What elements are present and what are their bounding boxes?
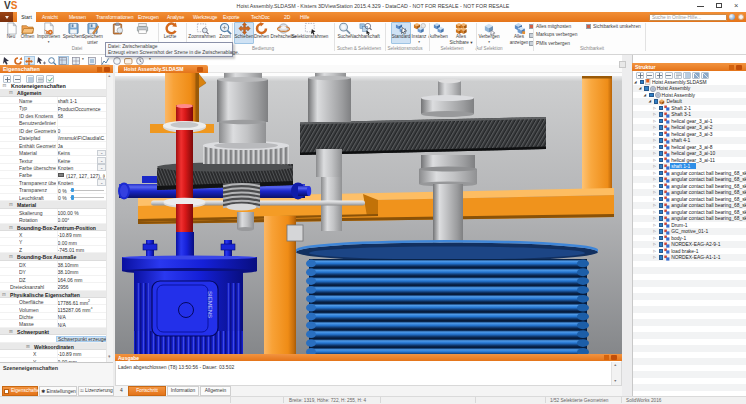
svg-text:SIEMENS: SIEMENS	[207, 291, 213, 318]
